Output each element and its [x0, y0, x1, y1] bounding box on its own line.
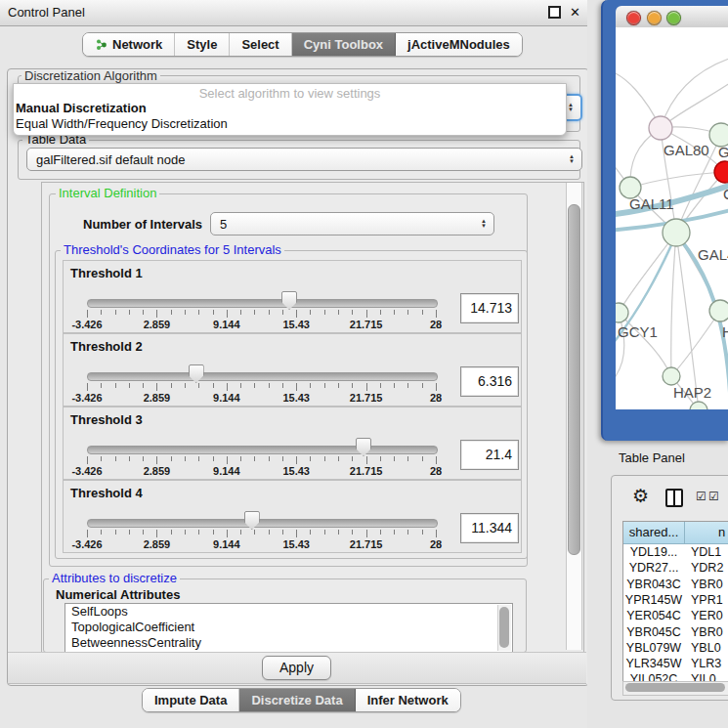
tab-label: Style	[187, 37, 217, 52]
threshold-value-field[interactable]: 6.316	[460, 366, 519, 397]
num-intervals-combobox[interactable]: 5 ▲▼	[210, 212, 494, 236]
float-window-icon[interactable]	[548, 6, 561, 19]
split-columns-icon[interactable]	[665, 489, 683, 507]
tab-network[interactable]: Network	[83, 33, 175, 56]
table-row[interactable]: YDL19...YDL1	[623, 544, 728, 560]
column-header-shared-name[interactable]: shared...	[623, 522, 685, 544]
slider-major-tick	[436, 383, 437, 391]
checkbox-icon[interactable]: ☑	[708, 491, 719, 502]
minimize-traffic-light[interactable]	[647, 11, 662, 25]
table-data-combobox[interactable]: galFiltered.sif default node ▲▼	[26, 148, 582, 171]
network-node-label: GCY1	[618, 323, 658, 340]
table-scrollbar-thumb[interactable]	[625, 683, 725, 692]
table-horizontal-scrollbar[interactable]	[622, 681, 728, 696]
slider-major-tick	[436, 310, 437, 318]
slider-track[interactable]	[87, 299, 438, 308]
slider-tick-label: 2.859	[144, 319, 171, 330]
slider-tick-label: 2.859	[144, 465, 171, 477]
numerical-attributes-label: Numerical Attributes	[56, 587, 180, 602]
attribute-list-item[interactable]: BetweennessCentrality	[65, 635, 512, 651]
network-edge[interactable]	[671, 233, 676, 376]
threshold-value-field[interactable]: 21.4	[460, 440, 519, 470]
table-row[interactable]: YBR045CYBR0	[623, 624, 728, 640]
discretization-algorithm-title: Discretization Algorithm	[21, 69, 160, 82]
network-window-titlebar[interactable]	[616, 6, 728, 28]
network-node[interactable]	[649, 116, 672, 140]
network-node[interactable]	[663, 219, 690, 246]
num-intervals-value: 5	[220, 217, 227, 232]
slider-track[interactable]	[87, 519, 438, 528]
tab-style[interactable]: Style	[175, 33, 230, 56]
gear-icon[interactable]: ⚙	[632, 487, 649, 505]
tab-cyni-toolbox[interactable]: Cyni Toolbox	[292, 33, 396, 56]
slider-tick-label: 28	[430, 319, 442, 330]
slider-minor-tick	[101, 383, 102, 388]
network-node[interactable]	[663, 367, 680, 385]
cell-name: YBL0	[691, 640, 721, 656]
column-header-name[interactable]: n	[685, 522, 728, 544]
attribute-list-item[interactable]: TopologicalCoefficient	[65, 620, 512, 635]
table-row[interactable]: YLR345WYLR3	[623, 656, 728, 671]
network-edge[interactable]	[619, 233, 676, 313]
network-edge[interactable]	[630, 172, 725, 188]
network-node[interactable]	[709, 300, 728, 321]
threshold-value-field[interactable]: 11.344	[460, 513, 519, 543]
node-table[interactable]: shared... n YDL19...YDL1YDR27...YDR2YBR0…	[622, 521, 728, 681]
slider-minor-tick	[338, 456, 339, 461]
tab-impute-data[interactable]: Impute Data	[143, 689, 239, 711]
zoom-traffic-light[interactable]	[666, 11, 681, 25]
slider-tick-label: 9.144	[213, 319, 240, 330]
tab-select[interactable]: Select	[230, 33, 291, 56]
network-edge[interactable]	[619, 313, 671, 376]
network-node-label: H	[722, 323, 728, 340]
attributes-scrollbar[interactable]	[497, 605, 511, 651]
slider-minor-tick	[310, 456, 311, 461]
close-traffic-light[interactable]	[626, 11, 641, 25]
table-row[interactable]: YBR043CYBR0	[623, 577, 728, 592]
slider-minor-tick	[394, 530, 395, 535]
table-row[interactable]: YDR27...YDR2	[623, 560, 728, 576]
slider-tick-label: 21.715	[350, 392, 383, 404]
network-node[interactable]	[616, 303, 628, 322]
slider-minor-tick	[407, 383, 408, 388]
slider-minor-tick	[171, 530, 172, 535]
tab-infer-network[interactable]: Infer Network	[356, 689, 460, 711]
slider-minor-tick	[422, 530, 423, 535]
apply-button[interactable]: Apply	[262, 656, 331, 680]
algorithm-option[interactable]: Manual Discretization	[14, 101, 566, 116]
threshold-label: Threshold 1	[70, 266, 143, 280]
cell-name: YIL0	[691, 671, 716, 681]
vertical-scrollbar-thumb[interactable]	[568, 204, 580, 555]
slider-minor-tick	[129, 383, 130, 388]
table-row[interactable]: YBL079WYBL0	[623, 640, 728, 656]
tab-label: Infer Network	[367, 693, 449, 707]
network-node[interactable]	[714, 161, 728, 183]
cell-name: YBR0	[691, 577, 723, 592]
slider-tick-label: 9.144	[213, 538, 240, 550]
network-edge[interactable]	[671, 311, 720, 376]
threshold-panel: Threshold 1-3.4262.8599.14415.4321.71528…	[63, 260, 522, 333]
attributes-scrollbar-thumb[interactable]	[499, 607, 509, 648]
close-icon[interactable]: ✕	[570, 6, 580, 19]
cell-shared-name: YBR045C	[623, 624, 684, 640]
table-row[interactable]: YIL052CYIL0	[623, 671, 728, 681]
table-row[interactable]: YER054CYER0	[623, 608, 728, 623]
slider-major-tick	[296, 310, 297, 318]
algorithm-option[interactable]: Equal Width/Frequency Discretization	[14, 116, 566, 132]
slider-minor-tick	[338, 383, 339, 388]
slider-track[interactable]	[87, 446, 438, 454]
slider-track[interactable]	[87, 372, 438, 381]
tab-discretize-data[interactable]: Discretize Data	[239, 689, 355, 711]
threshold-value-field[interactable]: 14.713	[460, 293, 519, 323]
tab-jactivemnodules[interactable]: jActiveMNodules	[396, 33, 522, 56]
attribute-list-item[interactable]: SelfLoops	[65, 604, 512, 620]
slider-minor-tick	[269, 456, 270, 461]
numerical-attributes-list[interactable]: SelfLoopsTopologicalCoefficientBetweenne…	[64, 603, 513, 653]
checkbox-icon[interactable]: ☑	[696, 491, 707, 502]
slider-major-tick	[227, 383, 228, 391]
network-edge[interactable]	[661, 57, 728, 128]
network-canvas[interactable]: GAL80GCGAL11GAL4GCY1HHAP2	[616, 27, 728, 409]
slider-minor-tick	[198, 456, 199, 461]
slider-minor-tick	[422, 383, 423, 388]
table-row[interactable]: YPR145WYPR1	[623, 592, 728, 608]
